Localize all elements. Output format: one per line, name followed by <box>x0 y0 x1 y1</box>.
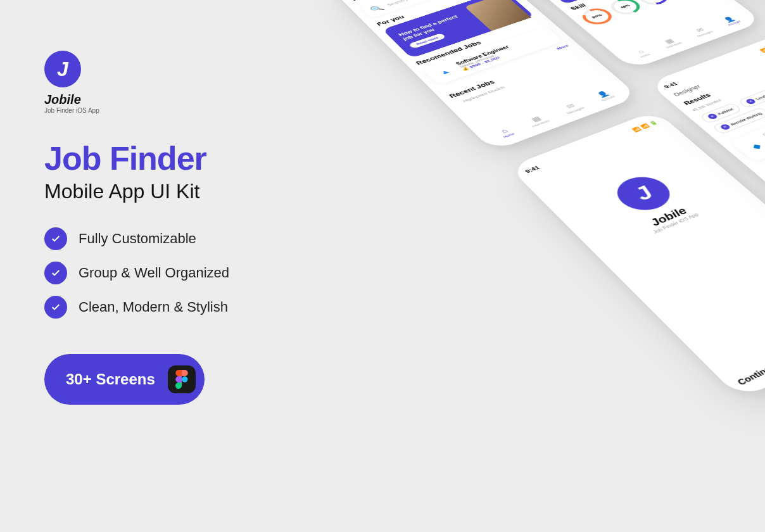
status-icons: 📶📶🔋 <box>631 120 658 132</box>
tab-messages[interactable]: ✉Messages <box>560 101 585 115</box>
phone-mockups: 9:41📶📶🔋 Good MorningHenry Kanwil 🔍Search… <box>291 19 765 532</box>
feature-text: Group & Well Organized <box>79 265 229 281</box>
continue-label: Continue as <box>735 357 765 387</box>
feature-item: Fully Customizable <box>44 227 310 250</box>
interviews-icon: ▦ <box>529 115 543 123</box>
feature-item: Clean, Modern & Stylish <box>44 296 310 319</box>
home-icon: ⌂ <box>499 127 510 135</box>
feature-text: Fully Customizable <box>79 231 196 247</box>
badge-text: 30+ Screens <box>66 370 155 388</box>
company-icon: ◆ <box>742 137 765 155</box>
tab-home[interactable]: ⌂Home <box>496 126 515 138</box>
screens-badge: 30+ Screens <box>44 354 205 405</box>
skill-ring: 48% <box>605 0 645 17</box>
brand-logo: J Jobile Job Finder iOS App <box>44 51 310 114</box>
search-icon: 🔍 <box>368 4 386 13</box>
search-placeholder: Search job here... <box>386 0 429 7</box>
feature-item: Group & Well Organized <box>44 262 310 284</box>
brand-name: Jobile <box>44 92 81 107</box>
tab-account[interactable]: 👤Account <box>593 89 616 102</box>
subheadline: Mobile App UI Kit <box>44 180 310 203</box>
remove-icon[interactable]: ✕ <box>707 113 719 120</box>
svg-point-0 <box>182 376 187 382</box>
feature-text: Clean, Modern & Stylish <box>79 299 228 315</box>
logo-mark: J <box>44 51 81 87</box>
remove-icon[interactable]: ✕ <box>719 124 731 130</box>
check-icon <box>44 262 67 284</box>
account-icon: 👤 <box>722 16 737 23</box>
skill-ring: 56% <box>633 0 673 8</box>
company-icon: ▲ <box>431 64 458 79</box>
messages-icon: ✉ <box>694 27 706 34</box>
tab-interviews[interactable]: ▦Interviews <box>525 113 550 128</box>
tab-account[interactable]: 👤Account <box>721 15 742 27</box>
read-more-button[interactable]: Read more <box>408 33 446 49</box>
brand-tagline: Job Finder iOS App <box>44 107 99 114</box>
messages-icon: ✉ <box>564 102 577 110</box>
tab-interviews[interactable]: ▦Interviews <box>659 36 683 49</box>
status-time: 9:41 <box>524 165 541 174</box>
headline: Job Finder <box>44 139 310 177</box>
remove-icon[interactable]: ✕ <box>745 98 757 105</box>
status-time: 9:41 <box>663 81 679 89</box>
skill-ring: 86% <box>577 6 617 27</box>
tab-messages[interactable]: ✉Messages <box>690 25 714 37</box>
status-icons: 📶📶🔋 <box>759 42 765 53</box>
check-icon <box>44 227 67 250</box>
home-icon: ⌂ <box>635 48 645 54</box>
figma-icon <box>168 365 196 393</box>
tab-home[interactable]: ⌂Home <box>633 48 651 58</box>
account-icon: 👤 <box>595 90 610 99</box>
check-icon <box>44 296 67 319</box>
interviews-icon: ▦ <box>663 37 676 44</box>
screen-splash: 9:41📶📶🔋 J Jobile Job Finder iOS App Cont… <box>509 111 765 400</box>
